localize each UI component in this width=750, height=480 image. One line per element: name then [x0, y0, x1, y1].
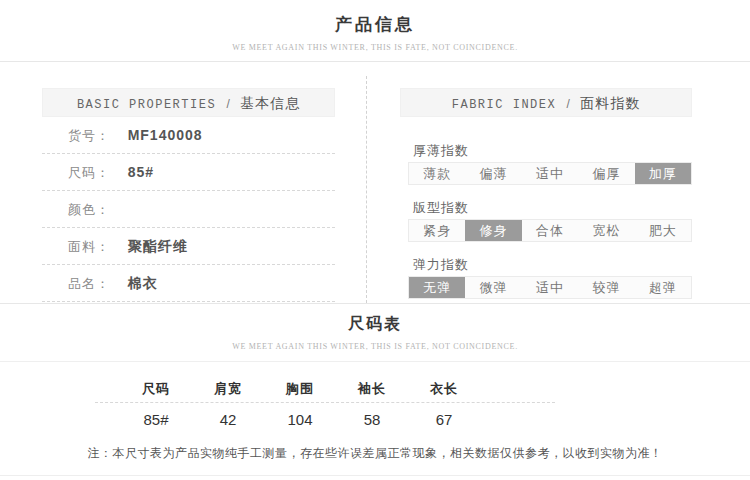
index-group-fit: 版型指数 紧身 修身 合体 宽松 肥大: [400, 200, 692, 242]
option-item: 适中: [522, 163, 578, 184]
fabric-index-heading: FABRIC INDEX / 面料指数: [400, 88, 692, 117]
option-item: 修身: [465, 220, 521, 241]
field-value: 棉衣: [128, 275, 158, 291]
column-header-length: 衣长: [408, 374, 480, 402]
cell-shoulder: 42: [192, 403, 264, 436]
page-header: 产品信息 WE MEET AGAIN THIS WINTER, THIS IS …: [0, 0, 750, 62]
index-group-elasticity: 弹力指数 无弹 微弹 适中 较弹 超弹: [400, 257, 692, 299]
field-label: 面料：: [68, 239, 110, 254]
basic-properties-heading-cn: 基本信息: [240, 95, 300, 111]
size-chart-section: 尺码表 WE MEET AGAIN THIS WINTER, THIS IS F…: [0, 304, 750, 476]
field-row-color: 颜色：: [42, 191, 335, 228]
option-item: 肥大: [635, 220, 691, 241]
column-header-size: 尺码: [120, 374, 192, 402]
option-item: 薄款: [409, 163, 465, 184]
field-row-size: 尺码： 85#: [42, 154, 335, 191]
cell-size: 85#: [120, 403, 192, 436]
field-label: 颜色：: [68, 202, 110, 217]
basic-properties-panel: BASIC PROPERTIES / 基本信息 货号： MF140008 尺码：…: [42, 88, 335, 302]
column-header-bust: 胸围: [264, 374, 336, 402]
option-item: 较弹: [578, 277, 634, 298]
option-item: 微弹: [465, 277, 521, 298]
size-table-data-row: 85# 42 104 58 67: [95, 403, 555, 436]
index-group-thickness: 厚薄指数 薄款 偏薄 适中 偏厚 加厚: [400, 143, 692, 185]
size-chart-title: 尺码表: [0, 314, 750, 335]
column-header-sleeve: 袖长: [336, 374, 408, 402]
option-item: 适中: [522, 277, 578, 298]
field-row-product-name: 品名： 棉衣: [42, 265, 335, 302]
fit-option-bar: 紧身 修身 合体 宽松 肥大: [408, 219, 692, 242]
cell-sleeve: 58: [336, 403, 408, 436]
heading-separator: /: [226, 97, 229, 111]
field-value: 聚酯纤维: [128, 238, 188, 254]
field-value: 85#: [128, 164, 154, 180]
note-area: 注：本尺寸表为产品实物纯手工测量，存在些许误差属正常现象，相关数据仅供参考，以收…: [0, 440, 750, 476]
option-item: 偏厚: [578, 163, 634, 184]
page-title: 产品信息: [0, 13, 750, 36]
field-label: 品名：: [68, 276, 110, 291]
fabric-index-heading-en: FABRIC INDEX: [452, 98, 556, 112]
option-item: 加厚: [635, 163, 691, 184]
option-item: 合体: [522, 220, 578, 241]
basic-properties-heading: BASIC PROPERTIES / 基本信息: [42, 88, 335, 117]
product-info-page: 产品信息 WE MEET AGAIN THIS WINTER, THIS IS …: [0, 0, 750, 476]
option-item: 宽松: [578, 220, 634, 241]
thickness-index-label: 厚薄指数: [413, 143, 692, 158]
basic-properties-heading-en: BASIC PROPERTIES: [77, 98, 216, 112]
measurement-note: 注：本尺寸表为产品实物纯手工测量，存在些许误差属正常现象，相关数据仅供参考，以收…: [0, 445, 750, 462]
option-item: 无弹: [409, 277, 465, 298]
elasticity-index-label: 弹力指数: [413, 257, 692, 272]
fabric-index-heading-cn: 面料指数: [580, 95, 640, 111]
field-row-item-number: 货号： MF140008: [42, 117, 335, 154]
fit-index-label: 版型指数: [413, 200, 692, 215]
elasticity-option-bar: 无弹 微弹 适中 较弹 超弹: [408, 276, 692, 299]
field-row-fabric: 面料： 聚酯纤维: [42, 228, 335, 265]
heading-separator: /: [567, 97, 570, 111]
properties-section: BASIC PROPERTIES / 基本信息 货号： MF140008 尺码：…: [0, 62, 750, 304]
size-table: 尺码 肩宽 胸围 袖长 衣长 85# 42 104 58 67: [95, 374, 555, 436]
size-table-header-row: 尺码 肩宽 胸围 袖长 衣长: [95, 374, 555, 403]
option-item: 紧身: [409, 220, 465, 241]
size-chart-subtitle: WE MEET AGAIN THIS WINTER, THIS IS FATE,…: [0, 342, 750, 351]
thickness-option-bar: 薄款 偏薄 适中 偏厚 加厚: [408, 162, 692, 185]
cell-length: 67: [408, 403, 480, 436]
option-item: 超弹: [635, 277, 691, 298]
option-item: 偏薄: [465, 163, 521, 184]
field-label: 货号：: [68, 128, 110, 143]
cell-bust: 104: [264, 403, 336, 436]
fabric-index-panel: FABRIC INDEX / 面料指数 厚薄指数 薄款 偏薄 适中 偏厚 加厚 …: [400, 88, 692, 299]
field-value: MF140008: [128, 127, 203, 143]
field-label: 尺码：: [68, 165, 110, 180]
column-header-shoulder: 肩宽: [192, 374, 264, 402]
vertical-dashed-divider: [366, 76, 367, 303]
size-chart-header: 尺码表 WE MEET AGAIN THIS WINTER, THIS IS F…: [0, 304, 750, 362]
page-subtitle: WE MEET AGAIN THIS WINTER, THIS IS FATE,…: [0, 43, 750, 52]
